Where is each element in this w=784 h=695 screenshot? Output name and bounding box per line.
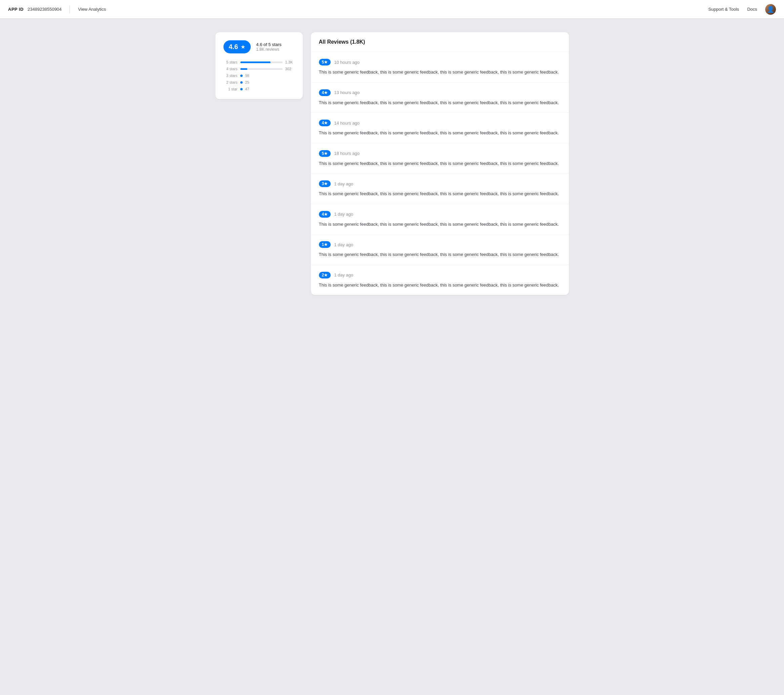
review-meta: 4★1 day ago — [319, 211, 561, 218]
bar-label: 3 stars — [224, 74, 237, 77]
review-meta: 2★1 day ago — [319, 272, 561, 278]
bar-dot — [240, 81, 243, 84]
review-meta: 4★14 hours ago — [319, 120, 561, 126]
app-header: APP ID 23489238550904 View Analytics Sup… — [0, 0, 784, 19]
reviews-header: All Reviews (1.8K) — [311, 32, 569, 52]
rating-bars: 5 stars1.3K4 stars3023 stars982 stars251… — [224, 60, 295, 91]
reviews-title: All Reviews (1.8K) — [319, 39, 365, 45]
stars-badge: 3★ — [319, 181, 331, 187]
review-meta: 3★1 day ago — [319, 181, 561, 187]
rating-badge: 4.6 ★ — [224, 40, 251, 53]
stars-badge: 4★ — [319, 211, 331, 218]
bar-track — [240, 61, 283, 63]
review-time: 10 hours ago — [334, 60, 359, 65]
reviews-section: All Reviews (1.8K) 5★10 hours agoThis is… — [311, 32, 569, 295]
review-time: 1 day ago — [334, 273, 353, 278]
review-time: 1 day ago — [334, 212, 353, 217]
avatar[interactable]: 👤 — [765, 4, 776, 15]
stars-badge: 1★ — [319, 241, 331, 248]
docs-link[interactable]: Docs — [747, 7, 757, 12]
review-item: 4★13 hours agoThis is some generic feedb… — [311, 83, 569, 113]
support-tools-link[interactable]: Support & Tools — [708, 7, 739, 12]
rating-review-count: 1.8K reviews — [256, 47, 281, 52]
header-divider — [69, 5, 70, 13]
review-text: This is some generic feedback, this is s… — [319, 282, 561, 289]
rating-number: 4.6 — [229, 43, 238, 51]
review-item: 4★1 day agoThis is some generic feedback… — [311, 204, 569, 235]
review-time: 1 day ago — [334, 242, 353, 247]
review-meta: 4★13 hours ago — [319, 89, 561, 96]
bar-row: 3 stars98 — [224, 74, 295, 77]
bar-count: 302 — [285, 67, 295, 71]
bar-label: 4 stars — [224, 67, 237, 71]
bar-fill — [240, 61, 271, 63]
rating-summary: 4.6 ★ 4.6 of 5 stars 1.8K reviews — [224, 40, 295, 53]
bar-count: 47 — [245, 87, 255, 91]
stars-badge: 4★ — [319, 89, 331, 96]
review-item: 2★1 day agoThis is some generic feedback… — [311, 265, 569, 295]
stars-badge: 5★ — [319, 59, 331, 66]
main-content: 4.6 ★ 4.6 of 5 stars 1.8K reviews 5 star… — [208, 19, 577, 308]
app-id-value: 23489238550904 — [28, 7, 61, 12]
header-right: Support & Tools Docs 👤 — [708, 4, 776, 15]
bar-row: 5 stars1.3K — [224, 60, 295, 64]
stars-badge: 4★ — [319, 120, 331, 126]
bar-dot — [240, 88, 243, 90]
review-time: 18 hours ago — [334, 151, 359, 156]
bar-label: 2 stars — [224, 80, 237, 84]
review-item: 1★1 day agoThis is some generic feedback… — [311, 235, 569, 265]
rating-out-of: 4.6 of 5 stars — [256, 42, 281, 47]
rating-card: 4.6 ★ 4.6 of 5 stars 1.8K reviews 5 star… — [216, 32, 303, 99]
review-text: This is some generic feedback, this is s… — [319, 160, 561, 167]
stars-badge: 2★ — [319, 272, 331, 278]
review-time: 14 hours ago — [334, 121, 359, 126]
reviews-list: 5★10 hours agoThis is some generic feedb… — [311, 52, 569, 295]
bar-label: 5 stars — [224, 60, 237, 64]
review-meta: 5★18 hours ago — [319, 150, 561, 157]
review-item: 3★1 day agoThis is some generic feedback… — [311, 174, 569, 204]
bar-row: 2 stars25 — [224, 80, 295, 84]
review-text: This is some generic feedback, this is s… — [319, 69, 561, 76]
review-text: This is some generic feedback, this is s… — [319, 221, 561, 228]
review-item: 5★18 hours agoThis is some generic feedb… — [311, 143, 569, 174]
review-time: 1 day ago — [334, 181, 353, 186]
header-left: APP ID 23489238550904 View Analytics — [8, 5, 106, 13]
review-text: This is some generic feedback, this is s… — [319, 251, 561, 258]
review-time: 13 hours ago — [334, 90, 359, 95]
bar-count: 1.3K — [285, 60, 295, 64]
review-text: This is some generic feedback, this is s… — [319, 99, 561, 106]
review-text: This is some generic feedback, this is s… — [319, 191, 561, 197]
bar-row: 1 star47 — [224, 87, 295, 91]
bar-dot — [240, 75, 243, 77]
rating-details: 4.6 of 5 stars 1.8K reviews — [256, 42, 281, 52]
avatar-image: 👤 — [765, 4, 776, 15]
bar-row: 4 stars302 — [224, 67, 295, 71]
review-meta: 1★1 day ago — [319, 241, 561, 248]
bar-count: 25 — [245, 80, 255, 84]
bar-track — [240, 68, 283, 70]
bar-fill — [240, 68, 247, 70]
review-meta: 5★10 hours ago — [319, 59, 561, 66]
bar-count: 98 — [245, 74, 255, 77]
view-analytics-link[interactable]: View Analytics — [78, 7, 106, 12]
review-item: 4★14 hours agoThis is some generic feedb… — [311, 113, 569, 143]
bar-label: 1 star — [224, 87, 237, 91]
app-id-label: APP ID — [8, 7, 23, 12]
review-item: 5★10 hours agoThis is some generic feedb… — [311, 52, 569, 83]
star-icon: ★ — [240, 44, 245, 50]
review-text: This is some generic feedback, this is s… — [319, 130, 561, 136]
stars-badge: 5★ — [319, 150, 331, 157]
